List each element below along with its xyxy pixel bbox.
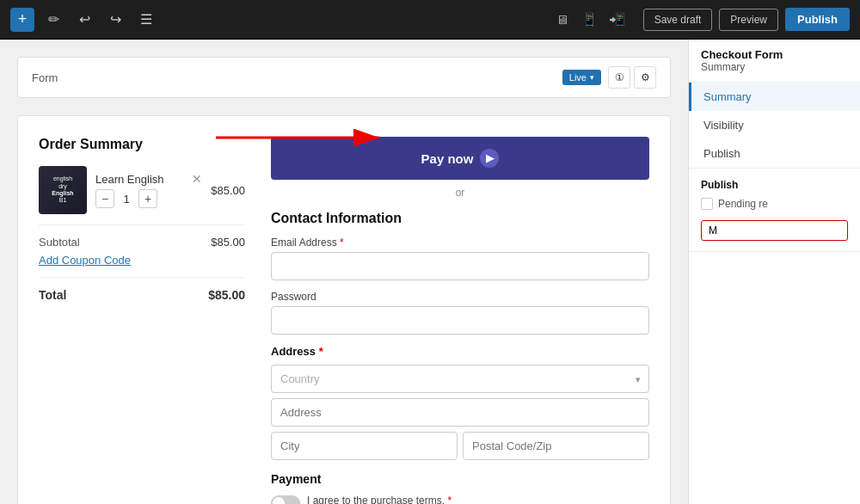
device-icons: 🖥 📱 📲 [550,8,630,32]
order-summary-title: Order Summary [39,137,245,152]
sidebar-text-input[interactable] [701,220,848,241]
product-img-text: englishdryEnglishB1 [50,174,75,206]
quantity-value: 1 [120,193,133,206]
payment-section-title: Payment [271,472,649,486]
pay-now-icon: ▶ [480,149,499,168]
address-section-title: Address * [271,345,649,358]
zip-input[interactable] [463,432,649,460]
settings-icon[interactable]: ⚙ [634,66,656,89]
contact-section-title: Contact Information [271,211,649,226]
product-remove-icon[interactable]: ✕ [192,172,202,186]
live-chevron-icon: ▾ [590,73,594,82]
password-field: Password [271,291,649,335]
or-text: or [271,187,649,199]
eye-icon[interactable]: ① [608,66,630,89]
sidebar-publish-title: Publish [701,179,848,191]
product-name: Learn English [95,173,192,186]
sidebar-nav: Summary Visibility Publish [689,83,860,169]
contact-form: Pay now ▶ or Contact Information Email A… [271,137,649,504]
add-button[interactable]: + [10,8,34,32]
form-title: Form [32,71,562,84]
sidebar-nav-publish[interactable]: Publish [689,139,860,168]
preview-button[interactable]: Preview [719,9,778,31]
pencil-icon[interactable]: ✏ [41,8,65,32]
sidebar-subtitle: Summary [701,61,848,73]
coupon-link[interactable]: Add Coupon Code [39,254,131,267]
terms-label: I agree to the purchase terms. * [307,495,452,504]
pay-now-button[interactable]: Pay now ▶ [271,137,649,180]
form-icons: ① ⚙ [608,66,656,89]
coupon-row: Add Coupon Code [39,254,245,267]
redo-icon[interactable]: ↪ [103,8,127,32]
content-area: Form Live ▾ ① ⚙ Order Summary [0,40,688,504]
terms-required-indicator: * [447,495,452,504]
city-zip-row [271,432,649,460]
sidebar-publish-section: Publish Pending re [689,169,860,252]
checkout-form-label: Checkout Form [701,48,848,61]
subtotal-label: Subtotal [39,236,80,249]
live-label: Live [569,72,587,83]
product-details: Learn English ✕ − 1 + [95,172,202,208]
password-input[interactable] [271,306,649,335]
terms-toggle[interactable] [271,495,300,504]
total-row: Total $85.00 [39,288,245,302]
quantity-increase-button[interactable]: + [138,189,157,208]
checkout-form-area: Order Summary englishdryEnglishB1 Learn … [17,115,671,504]
save-draft-button[interactable]: Save draft [643,9,713,31]
email-input[interactable] [271,252,649,280]
publish-button[interactable]: Publish [785,8,850,31]
terms-row: I agree to the purchase terms. * [271,495,649,504]
city-input[interactable] [271,432,458,460]
right-sidebar: Checkout Form Summary Summary Visibility… [688,40,860,504]
form-header: Form Live ▾ ① ⚙ [17,57,671,98]
total-value: $85.00 [208,288,245,302]
payment-section: Payment I agree to the purchase terms. *… [271,472,649,504]
password-label: Password [271,291,649,303]
divider-1 [39,224,245,225]
subtotal-row: Subtotal $85.00 [39,236,245,249]
country-select-wrapper: Country [271,365,649,393]
sidebar-header: Checkout Form Summary [689,40,860,83]
email-required-indicator: * [340,237,344,249]
address-input[interactable] [271,398,649,427]
sidebar-nav-visibility[interactable]: Visibility [689,111,860,139]
pending-review-row: Pending re [701,198,848,210]
desktop-icon[interactable]: 🖥 [550,8,574,32]
product-image: englishdryEnglishB1 [39,166,87,214]
order-summary: Order Summary englishdryEnglishB1 Learn … [39,137,245,504]
mobile-icon[interactable]: 📲 [605,8,630,32]
live-badge[interactable]: Live ▾ [562,70,601,85]
list-icon[interactable]: ☰ [134,8,158,32]
pay-now-label: Pay now [421,151,474,166]
pending-review-label: Pending re [718,198,768,210]
subtotal-value: $85.00 [211,236,245,249]
pending-review-checkbox[interactable] [701,198,713,210]
address-required-indicator: * [319,345,323,358]
quantity-decrease-button[interactable]: − [95,189,114,208]
address-section: Address * Country [271,345,649,460]
country-select[interactable]: Country [271,365,649,393]
product-price: $85.00 [211,184,245,197]
email-field: Email Address * [271,237,649,280]
product-row: englishdryEnglishB1 Learn English ✕ − 1 [39,166,245,214]
divider-2 [39,277,245,278]
main-layout: Form Live ▾ ① ⚙ Order Summary [0,40,860,504]
total-label: Total [39,288,66,302]
undo-icon[interactable]: ↩ [72,8,96,32]
email-label: Email Address * [271,237,649,249]
sidebar-nav-summary[interactable]: Summary [689,83,860,111]
toolbar: + ✏ ↩ ↪ ☰ 🖥 📱 📲 Save draft Preview Publi… [0,0,860,40]
product-quantity: − 1 + [95,189,202,208]
tablet-icon[interactable]: 📱 [578,8,602,32]
